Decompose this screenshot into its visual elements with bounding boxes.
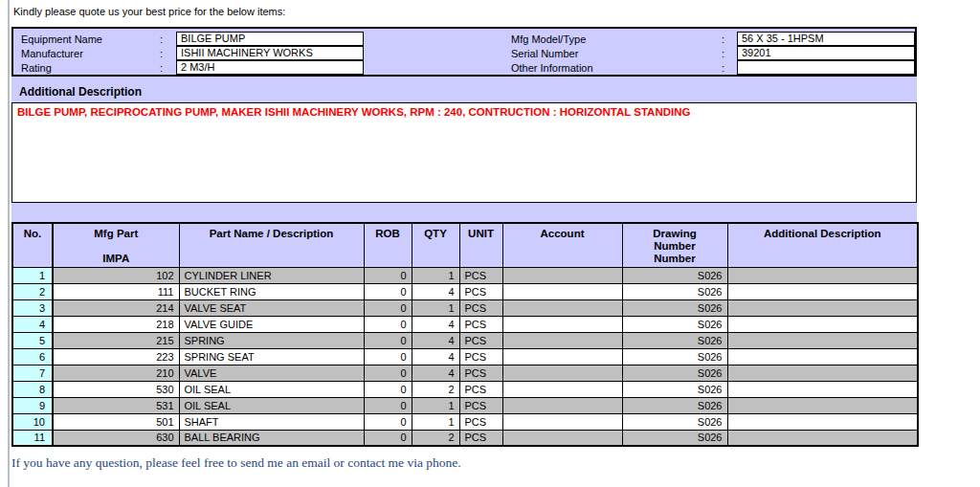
cell-rob: 0 [364, 413, 412, 430]
separator: : [160, 62, 176, 74]
cell-unit: PCS [459, 283, 502, 299]
manufacturer-value: ISHII MACHINERY WORKS [176, 46, 364, 60]
cell-rob: 0 [364, 299, 412, 316]
other-information-value [737, 60, 915, 75]
header-unit: UNIT [459, 223, 502, 267]
rating-label: Rating [13, 62, 160, 74]
cell-account [502, 430, 622, 446]
header-additional-description: Additional Description [727, 223, 918, 267]
cell-qty: 4 [412, 348, 459, 365]
intro-text: Kindly please quote us your best price f… [13, 5, 917, 18]
cell-unit: PCS [459, 267, 502, 283]
cell-unit: PCS [459, 413, 502, 430]
cell-unit: PCS [459, 365, 502, 381]
cell-drawing-number: S026 [622, 365, 727, 381]
cell-unit: PCS [459, 316, 502, 332]
serial-number-value: 39201 [737, 46, 915, 60]
cell-drawing-number: S026 [622, 397, 727, 413]
header-rob: ROB [364, 223, 412, 267]
cell-qty: 2 [412, 381, 459, 397]
cell-no: 11 [12, 430, 53, 446]
manufacturer-label: Manufacturer [13, 48, 160, 59]
cell-mfg-part: 223 [53, 348, 179, 365]
cell-unit: PCS [459, 397, 502, 413]
rating-row: Rating : 2 M3/H [13, 60, 465, 75]
cell-rob: 0 [364, 332, 412, 348]
document-body: Kindly please quote us your best price f… [11, 0, 917, 471]
equipment-name-label: Equipment Name [13, 33, 160, 45]
parts-table-header: No. Mfg Part IMPA Part Name / Descriptio… [12, 223, 918, 267]
table-row: 8 530 OIL SEAL 0 2 PCS S026 [12, 381, 918, 397]
separator: : [722, 48, 737, 59]
cell-account [502, 413, 622, 430]
cell-mfg-part: 531 [53, 397, 179, 413]
cell-drawing-number: S026 [622, 430, 727, 446]
cell-no: 2 [12, 283, 53, 299]
cell-no: 6 [12, 348, 53, 365]
cell-drawing-number: S026 [622, 316, 727, 332]
cell-rob: 0 [364, 316, 412, 332]
serial-number-label: Serial Number [465, 48, 722, 59]
cell-part-name: BUCKET RING [179, 283, 364, 299]
equipment-name-row: Equipment Name : BILGE PUMP [13, 32, 465, 46]
cell-mfg-part: 215 [53, 332, 179, 348]
cell-qty: 1 [412, 267, 459, 283]
table-row: 9 531 OIL SEAL 0 1 PCS S026 [12, 397, 918, 413]
header-account: Account [502, 223, 622, 267]
cell-drawing-number: S026 [622, 299, 727, 316]
header-qty: QTY [412, 223, 459, 267]
cell-additional-description [727, 430, 918, 446]
header-mfg-part-line2: IMPA [54, 253, 179, 265]
cell-additional-description [727, 397, 918, 413]
table-row: 7 210 VALVE 0 4 PCS S026 [12, 365, 918, 381]
cell-drawing-number: S026 [622, 332, 727, 348]
cell-rob: 0 [364, 283, 412, 299]
header-drawing-number: Drawing Number Number [622, 223, 727, 267]
other-information-row: Other Information : [465, 60, 915, 75]
cell-drawing-number: S026 [622, 283, 727, 299]
cell-part-name: OIL SEAL [179, 397, 364, 413]
cell-mfg-part: 111 [53, 283, 179, 299]
cell-no: 10 [12, 413, 53, 430]
cell-account [502, 332, 622, 348]
equipment-info-right-column: Mfg Model/Type : 56 X 35 - 1HPSM Serial … [465, 32, 915, 75]
cell-part-name: SHAFT [179, 413, 364, 430]
mfg-model-type-value: 56 X 35 - 1HPSM [737, 32, 915, 46]
cell-additional-description [727, 283, 918, 299]
cell-qty: 1 [412, 397, 459, 413]
cell-additional-description [727, 316, 918, 332]
cell-rob: 0 [364, 365, 412, 381]
cell-unit: PCS [459, 348, 502, 365]
cell-additional-description [727, 381, 918, 397]
header-no: No. [12, 223, 53, 267]
rating-value: 2 M3/H [176, 60, 364, 75]
equipment-name-value: BILGE PUMP [176, 32, 364, 46]
separator: : [722, 62, 737, 74]
cell-qty: 4 [412, 332, 459, 348]
cell-additional-description [727, 299, 918, 316]
cell-part-name: VALVE GUIDE [179, 316, 364, 332]
reply-quote-line [8, 0, 10, 487]
separator: : [722, 33, 737, 45]
cell-part-name: VALVE SEAT [179, 299, 364, 316]
cell-account [502, 283, 622, 299]
cell-no: 4 [12, 316, 53, 332]
cell-mfg-part: 102 [53, 267, 179, 283]
additional-description-panel: Additional Description BILGE PUMP, RECIP… [11, 77, 917, 222]
cell-drawing-number: S026 [622, 348, 727, 365]
cell-additional-description [727, 267, 918, 283]
table-row: 3 214 VALVE SEAT 0 1 PCS S026 [12, 299, 918, 316]
cell-qty: 1 [412, 413, 459, 430]
cell-drawing-number: S026 [622, 267, 727, 283]
serial-number-row: Serial Number : 39201 [465, 46, 915, 60]
header-mfg-part-line1: Mfg Part [54, 228, 179, 240]
parts-table-body: 1 102 CYLINDER LINER 0 1 PCS S026 2 111 … [12, 267, 918, 446]
table-row: 2 111 BUCKET RING 0 4 PCS S026 [12, 283, 918, 299]
cell-part-name: SPRING [179, 332, 364, 348]
separator: : [160, 33, 176, 45]
equipment-info-left-column: Equipment Name : BILGE PUMP Manufacturer… [13, 32, 465, 75]
cell-qty: 1 [412, 299, 459, 316]
cell-part-name: SPRING SEAT [179, 348, 364, 365]
cell-rob: 0 [364, 348, 412, 365]
cell-account [502, 397, 622, 413]
